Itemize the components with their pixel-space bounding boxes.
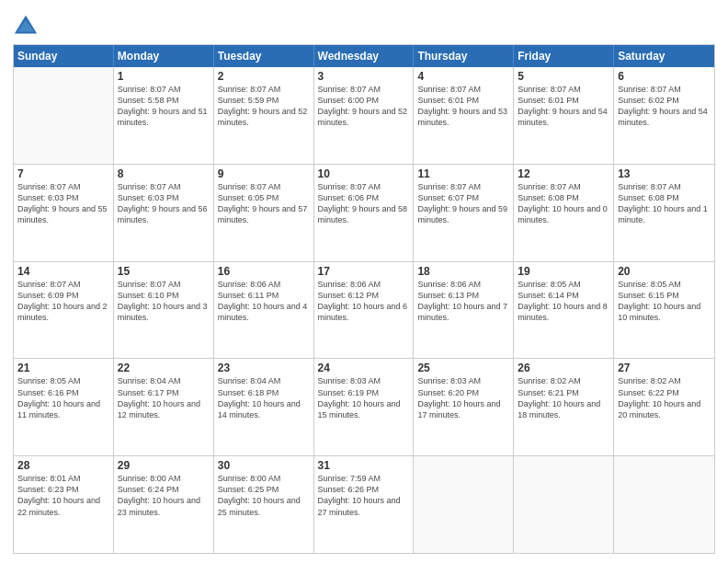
cal-cell: 18Sunrise: 8:06 AMSunset: 6:13 PMDayligh… <box>414 262 514 359</box>
day-info: Sunrise: 8:07 AMSunset: 6:06 PMDaylight:… <box>318 181 410 226</box>
cal-cell <box>514 456 614 553</box>
day-info: Sunrise: 8:06 AMSunset: 6:11 PMDaylight:… <box>218 279 310 324</box>
logo <box>13 13 40 39</box>
week-row-5: 28Sunrise: 8:01 AMSunset: 6:23 PMDayligh… <box>14 456 714 553</box>
cal-cell: 7Sunrise: 8:07 AMSunset: 6:03 PMDaylight… <box>14 165 114 261</box>
day-info: Sunrise: 8:03 AMSunset: 6:19 PMDaylight:… <box>318 375 410 420</box>
day-info: Sunrise: 7:59 AMSunset: 6:26 PMDaylight:… <box>318 473 410 518</box>
day-number: 28 <box>17 459 109 472</box>
day-info: Sunrise: 8:00 AMSunset: 6:25 PMDaylight:… <box>218 473 310 518</box>
day-header-wednesday: Wednesday <box>314 45 415 67</box>
day-info: Sunrise: 8:03 AMSunset: 6:20 PMDaylight:… <box>417 375 509 420</box>
day-info: Sunrise: 8:07 AMSunset: 6:01 PMDaylight:… <box>417 84 509 129</box>
cal-cell: 8Sunrise: 8:07 AMSunset: 6:03 PMDaylight… <box>114 165 214 261</box>
day-header-saturday: Saturday <box>614 45 714 67</box>
cal-cell <box>14 67 114 164</box>
cal-cell: 1Sunrise: 8:07 AMSunset: 5:58 PMDaylight… <box>114 67 214 164</box>
day-number: 17 <box>318 265 410 278</box>
day-info: Sunrise: 8:02 AMSunset: 6:22 PMDaylight:… <box>618 375 711 420</box>
day-number: 26 <box>518 362 609 374</box>
day-number: 22 <box>118 362 210 374</box>
day-info: Sunrise: 8:02 AMSunset: 6:21 PMDaylight:… <box>518 375 609 420</box>
cal-cell: 12Sunrise: 8:07 AMSunset: 6:08 PMDayligh… <box>514 165 614 261</box>
day-number: 27 <box>618 362 711 374</box>
day-number: 21 <box>17 362 109 374</box>
cal-cell: 9Sunrise: 8:07 AMSunset: 6:05 PMDaylight… <box>214 165 314 261</box>
week-row-2: 7Sunrise: 8:07 AMSunset: 6:03 PMDaylight… <box>14 165 714 262</box>
calendar-body: 1Sunrise: 8:07 AMSunset: 5:58 PMDaylight… <box>14 67 714 553</box>
day-number: 3 <box>318 70 410 83</box>
day-info: Sunrise: 8:05 AMSunset: 6:16 PMDaylight:… <box>17 375 109 420</box>
day-number: 30 <box>218 459 310 472</box>
day-number: 8 <box>118 167 210 180</box>
day-info: Sunrise: 8:07 AMSunset: 6:07 PMDaylight:… <box>417 181 509 226</box>
day-number: 1 <box>118 70 210 83</box>
cal-cell: 16Sunrise: 8:06 AMSunset: 6:11 PMDayligh… <box>214 262 314 359</box>
day-info: Sunrise: 8:04 AMSunset: 6:17 PMDaylight:… <box>118 375 210 420</box>
page: SundayMondayTuesdayWednesdayThursdayFrid… <box>0 0 728 563</box>
day-info: Sunrise: 8:07 AMSunset: 6:09 PMDaylight:… <box>17 279 109 324</box>
day-number: 9 <box>218 167 310 180</box>
day-info: Sunrise: 8:07 AMSunset: 5:58 PMDaylight:… <box>118 84 210 129</box>
cal-cell: 20Sunrise: 8:05 AMSunset: 6:15 PMDayligh… <box>614 262 714 359</box>
header <box>13 9 715 39</box>
cal-cell: 17Sunrise: 8:06 AMSunset: 6:12 PMDayligh… <box>314 262 415 359</box>
day-info: Sunrise: 8:05 AMSunset: 6:15 PMDaylight:… <box>618 279 711 324</box>
day-number: 2 <box>218 70 310 83</box>
day-info: Sunrise: 8:07 AMSunset: 6:03 PMDaylight:… <box>17 181 109 226</box>
week-row-4: 21Sunrise: 8:05 AMSunset: 6:16 PMDayligh… <box>14 359 714 456</box>
day-number: 12 <box>518 167 609 180</box>
cal-cell: 27Sunrise: 8:02 AMSunset: 6:22 PMDayligh… <box>614 359 714 455</box>
cal-cell: 25Sunrise: 8:03 AMSunset: 6:20 PMDayligh… <box>414 359 514 455</box>
day-number: 31 <box>318 459 410 472</box>
cal-cell: 6Sunrise: 8:07 AMSunset: 6:02 PMDaylight… <box>614 67 714 164</box>
day-number: 11 <box>417 167 509 180</box>
day-header-tuesday: Tuesday <box>214 45 314 67</box>
cal-cell: 3Sunrise: 8:07 AMSunset: 6:00 PMDaylight… <box>314 67 415 164</box>
day-info: Sunrise: 8:07 AMSunset: 6:01 PMDaylight:… <box>518 84 609 129</box>
day-info: Sunrise: 8:06 AMSunset: 6:12 PMDaylight:… <box>318 279 410 324</box>
day-header-monday: Monday <box>114 45 214 67</box>
day-number: 18 <box>417 265 509 278</box>
day-info: Sunrise: 8:07 AMSunset: 6:03 PMDaylight:… <box>118 181 210 226</box>
cal-cell: 21Sunrise: 8:05 AMSunset: 6:16 PMDayligh… <box>14 359 114 455</box>
day-info: Sunrise: 8:05 AMSunset: 6:14 PMDaylight:… <box>518 279 609 324</box>
day-number: 7 <box>17 167 109 180</box>
calendar-header: SundayMondayTuesdayWednesdayThursdayFrid… <box>14 45 714 67</box>
day-number: 20 <box>618 265 711 278</box>
cal-cell: 15Sunrise: 8:07 AMSunset: 6:10 PMDayligh… <box>114 262 214 359</box>
calendar: SundayMondayTuesdayWednesdayThursdayFrid… <box>13 44 715 554</box>
day-number: 25 <box>417 362 509 374</box>
day-info: Sunrise: 8:07 AMSunset: 6:05 PMDaylight:… <box>218 181 310 226</box>
logo-icon <box>13 13 39 39</box>
cal-cell: 11Sunrise: 8:07 AMSunset: 6:07 PMDayligh… <box>414 165 514 261</box>
day-info: Sunrise: 8:07 AMSunset: 5:59 PMDaylight:… <box>218 84 310 129</box>
cal-cell: 2Sunrise: 8:07 AMSunset: 5:59 PMDaylight… <box>214 67 314 164</box>
cal-cell <box>414 456 514 553</box>
day-info: Sunrise: 8:07 AMSunset: 6:08 PMDaylight:… <box>618 181 711 226</box>
day-number: 16 <box>218 265 310 278</box>
day-info: Sunrise: 8:04 AMSunset: 6:18 PMDaylight:… <box>218 375 310 420</box>
day-number: 15 <box>118 265 210 278</box>
day-info: Sunrise: 8:01 AMSunset: 6:23 PMDaylight:… <box>17 473 109 518</box>
cal-cell <box>614 456 714 553</box>
cal-cell: 29Sunrise: 8:00 AMSunset: 6:24 PMDayligh… <box>114 456 214 553</box>
week-row-3: 14Sunrise: 8:07 AMSunset: 6:09 PMDayligh… <box>14 262 714 360</box>
cal-cell: 10Sunrise: 8:07 AMSunset: 6:06 PMDayligh… <box>314 165 415 261</box>
day-number: 5 <box>518 70 609 83</box>
day-number: 23 <box>218 362 310 374</box>
cal-cell: 28Sunrise: 8:01 AMSunset: 6:23 PMDayligh… <box>14 456 114 553</box>
day-info: Sunrise: 8:07 AMSunset: 6:02 PMDaylight:… <box>618 84 711 129</box>
day-number: 6 <box>618 70 711 83</box>
day-header-thursday: Thursday <box>414 45 514 67</box>
cal-cell: 23Sunrise: 8:04 AMSunset: 6:18 PMDayligh… <box>214 359 314 455</box>
day-number: 10 <box>318 167 410 180</box>
day-info: Sunrise: 8:06 AMSunset: 6:13 PMDaylight:… <box>417 279 509 324</box>
cal-cell: 13Sunrise: 8:07 AMSunset: 6:08 PMDayligh… <box>614 165 714 261</box>
cal-cell: 5Sunrise: 8:07 AMSunset: 6:01 PMDaylight… <box>514 67 614 164</box>
cal-cell: 30Sunrise: 8:00 AMSunset: 6:25 PMDayligh… <box>214 456 314 553</box>
day-info: Sunrise: 8:07 AMSunset: 6:08 PMDaylight:… <box>518 181 609 226</box>
cal-cell: 24Sunrise: 8:03 AMSunset: 6:19 PMDayligh… <box>314 359 415 455</box>
day-info: Sunrise: 8:00 AMSunset: 6:24 PMDaylight:… <box>118 473 210 518</box>
day-number: 13 <box>618 167 711 180</box>
